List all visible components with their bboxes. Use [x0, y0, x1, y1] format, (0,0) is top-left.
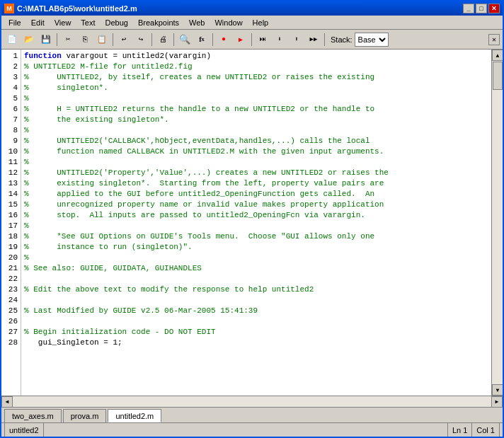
stack-dropdown[interactable]: Base	[355, 33, 389, 47]
line-numbers: 1234567891011121314151617181920212223242…	[1, 50, 21, 396]
code-line: %	[24, 93, 488, 104]
editor-with-scroll: 1234567891011121314151617181920212223242…	[1, 50, 503, 396]
separator-3	[151, 33, 152, 46]
menu-bar: File Edit View Text Debug Breakpoints We…	[1, 16, 503, 30]
scroll-right-button[interactable]: ▶	[491, 396, 503, 408]
line-number: 15	[4, 200, 18, 210]
copy-button[interactable]: ⎘	[77, 32, 93, 47]
line-number: 25	[4, 306, 18, 316]
step-in-btn[interactable]: ⬇	[272, 32, 287, 47]
status-filename: untitled2	[4, 423, 44, 437]
paste-button[interactable]: 📋	[94, 32, 110, 47]
code-area[interactable]: function varargout = untitled2(varargin)…	[21, 50, 491, 396]
line-number: 2	[4, 62, 18, 72]
menu-web[interactable]: Web	[185, 17, 209, 28]
code-line: % H = UNTITLED2 returns the handle to a …	[24, 104, 488, 115]
code-line: % UNTITLED2('Property','Value',...) crea…	[24, 168, 488, 178]
line-number: 7	[4, 115, 18, 125]
horizontal-scrollbar[interactable]: ◀ ▶	[1, 396, 503, 407]
menu-window[interactable]: Window	[210, 17, 246, 28]
code-line: % function named CALLBACK in UNTITLED2.M…	[24, 146, 488, 157]
menu-breakpoints[interactable]: Breakpoints	[134, 17, 183, 28]
line-number: 20	[4, 253, 18, 263]
undo-button[interactable]: ↩	[116, 32, 132, 47]
function-button[interactable]: fx	[194, 32, 210, 47]
line-number: 3	[4, 72, 18, 83]
stack-selector: Stack: Base	[331, 33, 389, 47]
run-btn[interactable]: ▶	[233, 32, 248, 47]
menu-debug[interactable]: Debug	[101, 17, 132, 28]
code-line: gui_Singleton = 1;	[24, 338, 488, 348]
breakpoint-btn[interactable]: ●	[216, 32, 231, 47]
line-number: 16	[4, 210, 18, 221]
print-button[interactable]: 🖨	[155, 32, 171, 47]
scroll-thumb[interactable]	[493, 62, 503, 90]
title-controls: _ □ ✕	[463, 4, 500, 13]
code-line: %	[24, 221, 488, 231]
scroll-track[interactable]	[492, 61, 503, 384]
line-number: 18	[4, 231, 18, 242]
open-button[interactable]: 📂	[21, 32, 37, 47]
code-line: %	[24, 125, 488, 136]
code-line: % singleton*.	[24, 83, 488, 93]
code-line: %	[24, 253, 488, 263]
code-line: % Edit the above text to modify the resp…	[24, 284, 488, 295]
step-btn[interactable]: ⏭	[255, 32, 270, 47]
line-number: 12	[4, 168, 18, 178]
new-button[interactable]: 📄	[4, 32, 20, 47]
code-line	[24, 295, 488, 306]
line-number: 13	[4, 178, 18, 189]
minimize-button[interactable]: _	[463, 4, 474, 13]
search-button[interactable]: 🔍	[177, 32, 193, 47]
code-line: % See also: GUIDE, GUIDATA, GUIHANDLES	[24, 263, 488, 274]
scroll-down-button[interactable]: ▼	[492, 384, 503, 396]
line-number: 4	[4, 83, 18, 93]
menu-file[interactable]: File	[4, 17, 25, 28]
title-bar: M C:\MATLAB6p5\work\untitled2.m _ □ ✕	[1, 1, 503, 16]
step-out-btn[interactable]: ⬆	[289, 32, 304, 47]
separator-5	[212, 33, 213, 46]
code-line: % UNTITLED2, by itself, creates a new UN…	[24, 72, 488, 83]
menu-text[interactable]: Text	[76, 17, 99, 28]
maximize-button[interactable]: □	[476, 4, 487, 13]
scroll-h-track[interactable]	[13, 396, 491, 407]
tab-bar: two_axes.mprova.muntitled2.m	[1, 407, 503, 422]
line-number: 1	[4, 51, 18, 62]
close-button[interactable]: ✕	[488, 4, 500, 13]
code-line: % unrecognized property name or invalid …	[24, 200, 488, 210]
code-line: % UNTITLED2 M-file for untitled2.fig	[24, 62, 488, 72]
line-number: 6	[4, 104, 18, 115]
line-number: 27	[4, 327, 18, 338]
line-number: 17	[4, 221, 18, 231]
stack-label: Stack:	[331, 35, 353, 44]
code-line	[24, 316, 488, 327]
code-line: % instance to run (singleton)".	[24, 242, 488, 253]
separator-2	[113, 33, 113, 46]
menu-view[interactable]: View	[50, 17, 76, 28]
scroll-left-button[interactable]: ◀	[1, 396, 13, 408]
cut-button[interactable]: ✂	[60, 32, 76, 47]
tab-untitled2-m[interactable]: untitled2.m	[108, 409, 161, 422]
title-text: C:\MATLAB6p5\work\untitled2.m	[17, 4, 137, 13]
main-window: M C:\MATLAB6p5\work\untitled2.m _ □ ✕ Fi…	[0, 0, 504, 438]
code-line: function varargout = untitled2(varargin)	[24, 51, 488, 62]
tab-prova-m[interactable]: prova.m	[63, 409, 107, 422]
code-line: % UNTITLED2('CALLBACK',hObject,eventData…	[24, 136, 488, 146]
line-number: 8	[4, 125, 18, 136]
tab-two_axes-m[interactable]: two_axes.m	[4, 409, 62, 422]
menu-edit[interactable]: Edit	[27, 17, 49, 28]
status-col: Col 1	[472, 423, 500, 437]
line-number: 21	[4, 263, 18, 274]
separator-7	[324, 33, 325, 46]
scroll-up-button[interactable]: ▲	[492, 50, 503, 61]
redo-button[interactable]: ↪	[133, 32, 149, 47]
separator-1	[57, 33, 57, 46]
help-close-button[interactable]: ✕	[488, 34, 500, 45]
vertical-scrollbar[interactable]: ▲ ▼	[491, 50, 503, 396]
status-bar: untitled2 Ln 1 Col 1	[1, 422, 503, 437]
line-number: 14	[4, 189, 18, 200]
line-number: 19	[4, 242, 18, 253]
continue-btn[interactable]: ▶▶	[306, 32, 321, 47]
save-button[interactable]: 💾	[38, 32, 54, 47]
menu-help[interactable]: Help	[248, 17, 273, 28]
